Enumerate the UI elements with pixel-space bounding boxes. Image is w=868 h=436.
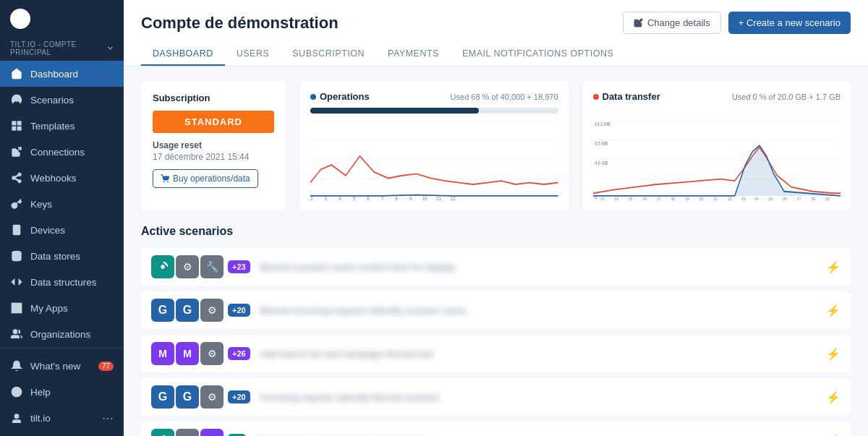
svg-text:14.3 MB: 14.3 MB bbox=[594, 121, 610, 127]
sidebar-item-templates[interactable]: Templates bbox=[0, 113, 124, 139]
svg-text:4.8 MB: 4.8 MB bbox=[594, 160, 608, 166]
scenario-row[interactable]: ⚙ M +7 Contact form website to blog blur… bbox=[141, 422, 851, 436]
scenario-row[interactable]: M M ⚙ +26 Add lead to list and campaign … bbox=[141, 335, 851, 372]
top-cards: Subscription STANDARD Usage reset 17 déc… bbox=[141, 81, 851, 210]
app-icon: ⚙ bbox=[200, 342, 224, 365]
svg-rect-5 bbox=[12, 127, 16, 130]
scenario-row[interactable]: G G ⚙ +20 Incoming request calendly blur… bbox=[141, 378, 851, 416]
subscription-card: Subscription STANDARD Usage reset 17 déc… bbox=[141, 81, 286, 210]
app-icon: ⚙ bbox=[176, 255, 199, 278]
data-transfer-dot bbox=[593, 94, 599, 100]
scenario-icons: G G ⚙ +20 bbox=[151, 385, 250, 409]
lightning-icon: ⚡ bbox=[826, 347, 841, 361]
tab-subscription[interactable]: SUBSCRIPTION bbox=[281, 43, 376, 66]
sidebar-item-label: Data structures bbox=[30, 277, 97, 288]
svg-text:5.: 5. bbox=[353, 195, 357, 200]
nav-section: Dashboard Scenarios Templates Connection… bbox=[0, 61, 124, 348]
subscription-plan: STANDARD bbox=[153, 111, 274, 133]
svg-text:17.: 17. bbox=[657, 196, 662, 200]
svg-point-15 bbox=[13, 330, 17, 333]
app-icon: G bbox=[151, 385, 174, 409]
sidebar-item-whats-new[interactable]: What's new 77 bbox=[0, 353, 124, 379]
keys-icon bbox=[10, 197, 23, 210]
whats-new-badge: 77 bbox=[98, 362, 114, 371]
tab-payments[interactable]: PAYMENTS bbox=[376, 43, 451, 66]
cart-icon bbox=[161, 174, 169, 183]
devices-icon bbox=[10, 223, 23, 236]
operations-chart-header: Operations Used 68 % of 40,000 + 18,970 bbox=[310, 91, 558, 102]
logo-area[interactable] bbox=[0, 0, 124, 38]
lightning-icon: ⚡ bbox=[826, 304, 841, 317]
tab-users[interactable]: USERS bbox=[225, 43, 281, 66]
lightning-icon: ⚡ bbox=[826, 390, 841, 404]
change-details-button[interactable]: Change details bbox=[623, 12, 721, 34]
sidebar-item-devices[interactable]: Devices bbox=[0, 217, 124, 243]
svg-text:7.: 7. bbox=[381, 195, 385, 200]
scenario-count-badge: +20 bbox=[228, 304, 250, 317]
svg-text:15.: 15. bbox=[628, 196, 633, 200]
sidebar-item-scenarios[interactable]: Scenarios bbox=[0, 87, 124, 113]
app-icon: G bbox=[176, 299, 199, 322]
account-switcher[interactable]: TILT.IO - COMPTE PRINCIPAL bbox=[0, 38, 124, 61]
data-transfer-chart-card: Data transfer Used 0 % of 20.0 GB + 1.7 … bbox=[583, 81, 851, 210]
logo-icon bbox=[10, 9, 30, 29]
svg-text:20.: 20. bbox=[699, 196, 704, 200]
sidebar-item-label: Dashboard bbox=[30, 69, 78, 80]
svg-rect-8 bbox=[13, 225, 20, 234]
svg-text:14.: 14. bbox=[614, 196, 619, 200]
svg-text:23.: 23. bbox=[741, 196, 746, 200]
svg-rect-14 bbox=[17, 309, 22, 313]
svg-text:21.: 21. bbox=[713, 196, 718, 200]
sidebar-item-keys[interactable]: Keys bbox=[0, 191, 124, 217]
app-icon: G bbox=[151, 299, 174, 322]
sidebar-item-user[interactable]: tilt.io ⋯ bbox=[0, 405, 124, 432]
buy-operations-button[interactable]: Buy operations/data bbox=[153, 169, 258, 188]
data-stores-icon bbox=[10, 249, 23, 262]
sidebar-item-help[interactable]: Help bbox=[0, 379, 124, 405]
scenario-count-badge: +26 bbox=[228, 347, 250, 360]
scenario-row[interactable]: G G ⚙ +20 Blurred incoming request calen… bbox=[141, 291, 851, 329]
sidebar-item-organizations[interactable]: Organizations bbox=[0, 321, 124, 347]
templates-icon bbox=[10, 119, 23, 132]
tab-dashboard[interactable]: DASHBOARD bbox=[141, 43, 225, 66]
operations-progress-fill bbox=[310, 108, 479, 114]
whats-new-label: What's new bbox=[30, 361, 80, 372]
svg-rect-13 bbox=[12, 309, 16, 313]
edit-icon bbox=[634, 18, 643, 27]
sidebar-item-my-apps[interactable]: My Apps bbox=[0, 295, 124, 321]
svg-text:18.: 18. bbox=[671, 196, 676, 200]
sidebar-item-label: Organizations bbox=[30, 329, 90, 340]
active-scenarios-title: Active scenarios bbox=[141, 225, 851, 238]
svg-text:19.: 19. bbox=[685, 196, 690, 200]
apps-icon bbox=[10, 302, 23, 315]
sidebar-item-connections[interactable]: Connections bbox=[0, 139, 124, 165]
scenario-icons: G G ⚙ +20 bbox=[151, 299, 250, 322]
data-structures-icon bbox=[10, 275, 23, 288]
svg-text:28.: 28. bbox=[811, 196, 816, 200]
sidebar-item-data-stores[interactable]: Data stores bbox=[0, 243, 124, 269]
svg-text:26.: 26. bbox=[783, 196, 788, 200]
create-scenario-button[interactable]: + Create a new scenario bbox=[728, 12, 851, 34]
scenario-name: Add lead to list and campaign blurred te… bbox=[260, 349, 816, 359]
svg-text:13.: 13. bbox=[600, 196, 605, 200]
sidebar-item-webhooks[interactable]: Webhooks bbox=[0, 165, 124, 191]
app-icon: M bbox=[200, 429, 224, 436]
svg-rect-4 bbox=[17, 121, 21, 125]
svg-point-1 bbox=[18, 17, 22, 21]
sidebar-item-label: Webhooks bbox=[30, 173, 77, 184]
sidebar-item-label: Templates bbox=[30, 121, 75, 132]
usage-reset-label: Usage reset bbox=[153, 140, 274, 150]
usage-date: 17 décembre 2021 15:44 bbox=[153, 152, 274, 162]
header-actions: Change details + Create a new scenario bbox=[623, 12, 851, 34]
nav-bottom: What's new 77 Help tilt.io ⋯ bbox=[0, 348, 124, 436]
chevron-down-icon bbox=[107, 45, 114, 52]
svg-text:9.5 MB: 9.5 MB bbox=[594, 141, 608, 147]
svg-text:29.: 29. bbox=[825, 196, 830, 200]
tab-email-notifications[interactable]: EMAIL NOTIFICATIONS OPTIONS bbox=[451, 43, 625, 66]
sidebar-item-data-structures[interactable]: Data structures bbox=[0, 269, 124, 295]
app-icon: M bbox=[151, 342, 174, 365]
sidebar-item-dashboard[interactable]: Dashboard bbox=[0, 61, 124, 87]
svg-text:16.: 16. bbox=[642, 196, 647, 200]
scenario-row[interactable]: ⚙ 🔧 +23 Blurred scenario name content he… bbox=[141, 248, 851, 286]
svg-rect-6 bbox=[17, 127, 21, 130]
